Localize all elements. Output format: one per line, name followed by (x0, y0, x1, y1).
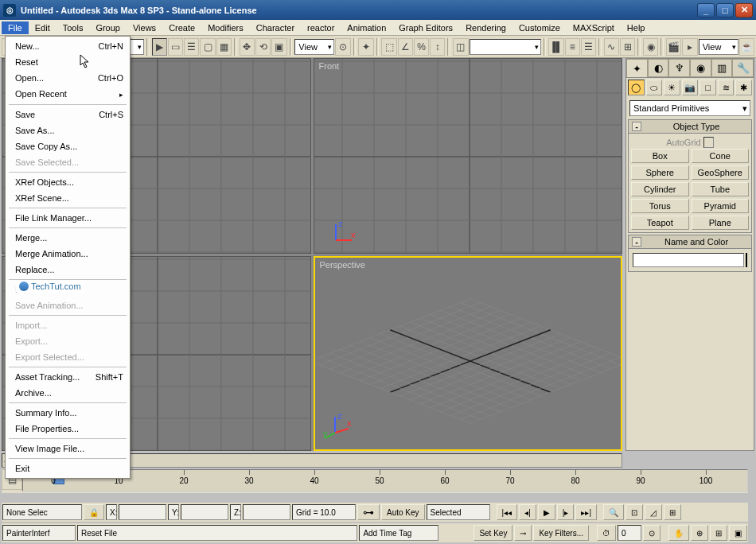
viewport-perspective[interactable]: Perspective zxy (314, 256, 623, 452)
create-geosphere-button[interactable]: GeoSphere (692, 165, 750, 180)
menu-edit[interactable]: Edit (29, 21, 57, 34)
close-button[interactable]: ✕ (735, 3, 753, 17)
scale-button[interactable]: ▣ (271, 38, 286, 56)
goto-start-button[interactable]: |◂◂ (497, 504, 518, 520)
menu-reactor[interactable]: reactor (301, 21, 341, 34)
key-filter-combo[interactable]: Selected (427, 504, 490, 520)
menu-rendering[interactable]: Rendering (459, 21, 512, 34)
create-sphere-button[interactable]: Sphere (631, 165, 689, 180)
rotate-button[interactable]: ⟲ (255, 38, 271, 56)
angle-snap-button[interactable]: ∠ (398, 38, 413, 56)
create-cone-button[interactable]: Cone (692, 149, 750, 163)
select-button[interactable]: ▶ (152, 38, 167, 56)
zoom-extents-button[interactable]: ⊞ (664, 504, 681, 520)
subtab-helpers[interactable]: □ (699, 80, 716, 95)
menu-grapheditors[interactable]: Graph Editors (392, 21, 459, 34)
menu-item-xrefscene[interactable]: XRef Scene... (6, 190, 130, 206)
autokey-button[interactable]: Auto Key (381, 504, 425, 520)
window-crossing-button[interactable]: ▦ (216, 38, 232, 56)
color-swatch[interactable] (746, 253, 747, 267)
key-icon[interactable]: ⊶ (357, 504, 380, 520)
menu-create[interactable]: Create (162, 21, 201, 34)
create-plane-button[interactable]: Plane (692, 216, 750, 230)
menu-help[interactable]: Help (621, 21, 652, 34)
time-config-button2[interactable]: ⊙ (643, 525, 661, 541)
time-tag[interactable]: Add Time Tag (359, 525, 438, 541)
script-listener[interactable]: PainterInterf (2, 525, 76, 541)
lock-selection-button[interactable]: 🔒 (84, 504, 104, 520)
autogrid-checkbox[interactable]: AutoGrid (631, 136, 749, 149)
menu-maxscript[interactable]: MAXScript (567, 21, 621, 34)
menu-views[interactable]: Views (127, 21, 162, 34)
next-frame-button[interactable]: |▸ (557, 504, 575, 520)
center-button[interactable]: ⊙ (335, 38, 350, 56)
menu-item-merge[interactable]: Merge... (6, 230, 130, 246)
subtab-shapes[interactable]: ⬭ (646, 80, 663, 95)
maximize-button[interactable]: □ (716, 3, 734, 17)
time-ruler[interactable]: 0 0102030405060708090100 (22, 469, 748, 492)
align-button[interactable]: ≡ (565, 38, 580, 56)
menu-item-new[interactable]: New...Ctrl+N (6, 38, 130, 54)
menu-item-replace[interactable]: Replace... (6, 262, 130, 278)
named-selection-combo[interactable] (470, 39, 541, 55)
menu-item-reset[interactable]: Reset (6, 54, 130, 70)
schematic-view-button[interactable]: ⊞ (620, 38, 635, 56)
menu-file[interactable]: File (2, 21, 29, 34)
render-type-combo[interactable]: View (699, 39, 738, 55)
minmax-toggle-button[interactable]: ⊞ (710, 525, 727, 541)
menu-item-filelinkmanager[interactable]: File Link Manager... (6, 210, 130, 226)
tab-create[interactable]: ✦ (626, 59, 648, 77)
menu-customize[interactable]: Customize (512, 21, 567, 34)
setkey-button[interactable]: Set Key (473, 525, 512, 541)
tab-hierarchy[interactable]: ♆ (668, 59, 690, 77)
mirror-button[interactable]: ▐▌ (548, 38, 563, 56)
layers-button[interactable]: ☰ (581, 38, 596, 56)
menu-character[interactable]: Character (250, 21, 301, 34)
material-editor-button[interactable]: ◉ (643, 38, 658, 56)
menu-item-xrefobjects[interactable]: XRef Objects... (6, 174, 130, 190)
field-of-view-button[interactable]: ▣ (729, 525, 747, 541)
keyfilters-button[interactable]: Key Filters... (533, 525, 589, 541)
create-box-button[interactable]: Box (631, 149, 689, 163)
menu-item-fileproperties[interactable]: File Properties... (6, 421, 130, 437)
subtab-geometry[interactable]: ◯ (628, 80, 645, 95)
subtab-lights[interactable]: ☀ (664, 80, 680, 95)
select-by-name-button[interactable]: ☰ (184, 38, 199, 56)
render-scene-button[interactable]: 🎬 (666, 38, 681, 56)
subtab-spacewarps[interactable]: ≋ (718, 80, 735, 95)
menu-item-archive[interactable]: Archive... (6, 385, 130, 401)
viewport-front[interactable]: Front zx (314, 58, 623, 254)
curve-editor-button[interactable]: ∿ (604, 38, 619, 56)
category-combo[interactable]: Standard Primitives (629, 100, 750, 116)
subtab-systems[interactable]: ✱ (735, 80, 752, 95)
zoom-all-button[interactable]: ⊡ (625, 504, 643, 520)
menu-item-assettracking[interactable]: Asset Tracking...Shift+T (6, 369, 130, 385)
create-teapot-button[interactable]: Teapot (631, 216, 689, 230)
pan-button[interactable]: ✋ (668, 525, 689, 541)
object-name-input[interactable] (633, 253, 744, 267)
menu-tools[interactable]: Tools (57, 21, 90, 34)
move-button[interactable]: ✥ (240, 38, 255, 56)
spinner-snap-button[interactable]: ↕ (430, 38, 445, 56)
menu-item-save[interactable]: SaveCtrl+S (6, 107, 130, 122)
current-frame-input[interactable]: 0 (618, 525, 641, 541)
render-button[interactable]: ☕ (739, 38, 754, 56)
manipulate-button[interactable]: ✦ (358, 38, 373, 56)
menu-item-mergeanimation[interactable]: Merge Animation... (6, 246, 130, 262)
tab-utilities[interactable]: 🔧 (732, 59, 754, 77)
fov-button[interactable]: ◿ (645, 504, 662, 520)
tab-modify[interactable]: ◐ (648, 59, 669, 77)
play-button[interactable]: ▶ (538, 504, 555, 520)
named-selection-button[interactable]: ◫ (453, 38, 468, 56)
subtab-cameras[interactable]: 📷 (682, 80, 699, 95)
create-torus-button[interactable]: Torus (631, 199, 689, 213)
menu-item-summaryinfo[interactable]: Summary Info... (6, 405, 130, 421)
keymode-button[interactable]: ⊸ (514, 525, 532, 541)
menu-item-open[interactable]: Open...Ctrl+O (6, 70, 130, 86)
menu-item-viewimagefile[interactable]: View Image File... (6, 441, 130, 457)
create-tube-button[interactable]: Tube (692, 182, 750, 196)
ref-coord-combo[interactable]: View (294, 39, 334, 55)
rollup-toggle[interactable]: - (632, 237, 641, 247)
create-pyramid-button[interactable]: Pyramid (692, 199, 750, 213)
menu-modifiers[interactable]: Modifiers (201, 21, 250, 34)
